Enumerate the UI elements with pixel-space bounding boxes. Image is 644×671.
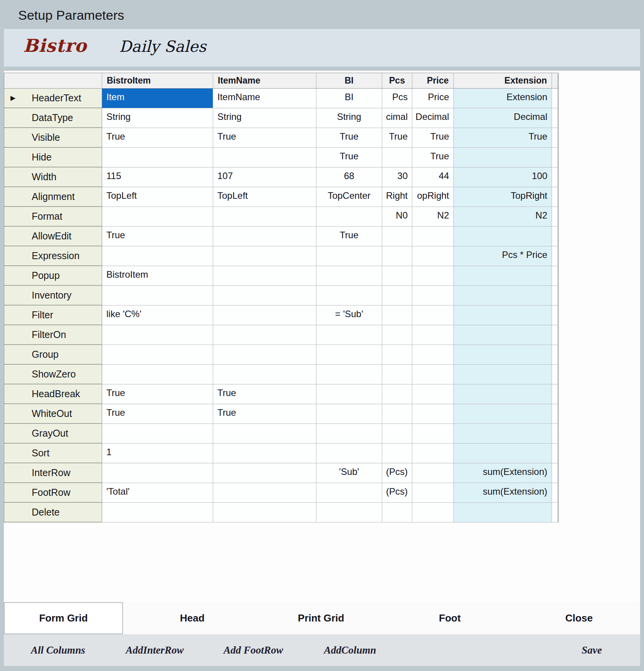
grid-cell-grayout-bistroitem[interactable] xyxy=(102,424,213,444)
row-header-headertext[interactable]: ▶HeaderText xyxy=(4,89,102,108)
row-header-width[interactable]: Width xyxy=(4,167,102,187)
grid-cell-filteron-itemname[interactable] xyxy=(213,325,316,345)
grid-cell-filter-bistroitem[interactable]: like 'C%' xyxy=(102,306,213,325)
grid-cell-filteron-pcs[interactable] xyxy=(382,325,412,345)
grid-cell-headertext-bi[interactable]: BI xyxy=(316,89,382,108)
grid-cell-grayout-bi[interactable] xyxy=(316,424,382,444)
grid-cell-showzero-extension[interactable] xyxy=(454,365,552,384)
grid-cell-sort-extension[interactable] xyxy=(454,444,552,463)
grid-cell-delete-pcs[interactable] xyxy=(382,503,412,522)
grid-cell-filter-extension[interactable] xyxy=(454,306,552,325)
row-header-grayout[interactable]: GrayOut xyxy=(4,424,102,444)
grid-cell-width-extension[interactable]: 100 xyxy=(454,167,552,187)
grid-cell-width-itemname[interactable]: 107 xyxy=(213,167,316,187)
grid-cell-alignment-bistroitem[interactable]: TopLeft xyxy=(102,187,213,207)
grid-cell-hide-itemname[interactable] xyxy=(213,148,316,167)
grid-cell-inventory-pcs[interactable] xyxy=(382,286,412,306)
grid-cell-width-bistroitem[interactable]: 115 xyxy=(102,167,213,187)
grid-cell-sort-bi[interactable] xyxy=(316,444,382,463)
grid-cell-visible-bi[interactable]: True xyxy=(316,128,382,148)
grid-cell-whiteout-itemname[interactable]: True xyxy=(213,404,316,424)
grid-cell-format-itemname[interactable] xyxy=(213,207,316,227)
row-header-delete[interactable]: Delete xyxy=(4,503,102,522)
grid-cell-format-bi[interactable] xyxy=(316,207,382,227)
grid-cell-allowedit-pcs[interactable] xyxy=(382,227,412,246)
grid-cell-sort-bistroitem[interactable]: 1 xyxy=(102,444,213,463)
grid-cell-datatype-extension[interactable]: Decimal xyxy=(454,108,552,128)
grid-cell-datatype-bi[interactable]: String xyxy=(316,108,382,128)
grid-cell-filteron-price[interactable] xyxy=(412,325,454,345)
row-header-format[interactable]: Format xyxy=(4,207,102,227)
command-save[interactable]: Save xyxy=(582,644,602,656)
grid-cell-group-pcs[interactable] xyxy=(382,345,412,365)
grid-cell-expression-pcs[interactable] xyxy=(382,246,412,266)
grid-cell-whiteout-extension[interactable] xyxy=(454,404,552,424)
grid-cell-filteron-bistroitem[interactable] xyxy=(102,325,213,345)
grid-cell-headbreak-extension[interactable] xyxy=(454,384,552,404)
row-header-filter[interactable]: Filter xyxy=(4,306,102,325)
grid-cell-format-extension[interactable]: N2 xyxy=(454,207,552,227)
grid-cell-headbreak-price[interactable] xyxy=(412,384,454,404)
grid-cell-group-bi[interactable] xyxy=(316,345,382,365)
grid-cell-format-bistroitem[interactable] xyxy=(102,207,213,227)
row-header-whiteout[interactable]: WhiteOut xyxy=(4,404,102,424)
row-header-sort[interactable]: Sort xyxy=(4,444,102,463)
grid-cell-hide-pcs[interactable] xyxy=(382,148,412,167)
tab-head[interactable]: Head xyxy=(180,602,205,634)
grid-cell-popup-bistroitem[interactable]: BistroItem xyxy=(102,266,213,286)
grid-cell-popup-itemname[interactable] xyxy=(213,266,316,286)
grid-cell-visible-bistroitem[interactable]: True xyxy=(102,128,213,148)
grid-cell-visible-extension[interactable]: True xyxy=(454,128,552,148)
grid-cell-allowedit-bistroitem[interactable]: True xyxy=(102,227,213,246)
grid-cell-filteron-bi[interactable] xyxy=(316,325,382,345)
grid-cell-showzero-pcs[interactable] xyxy=(382,365,412,384)
grid-cell-alignment-price[interactable]: opRight xyxy=(412,187,454,207)
row-header-alignment[interactable]: Alignment xyxy=(4,187,102,207)
grid-cell-inventory-bistroitem[interactable] xyxy=(102,286,213,306)
grid-cell-width-price[interactable]: 44 xyxy=(412,167,454,187)
grid-cell-grayout-itemname[interactable] xyxy=(213,424,316,444)
grid-cell-allowedit-itemname[interactable] xyxy=(213,227,316,246)
grid-cell-headertext-itemname[interactable]: ItemName xyxy=(213,89,316,108)
grid-cell-width-bi[interactable]: 68 xyxy=(316,167,382,187)
grid-cell-expression-itemname[interactable] xyxy=(213,246,316,266)
grid-cell-alignment-bi[interactable]: TopCenter xyxy=(316,187,382,207)
grid-cell-footrow-itemname[interactable] xyxy=(213,483,316,503)
grid-cell-hide-bi[interactable]: True xyxy=(316,148,382,167)
grid-cell-group-extension[interactable] xyxy=(454,345,552,365)
grid-cell-alignment-itemname[interactable]: TopLeft xyxy=(213,187,316,207)
grid-cell-inventory-extension[interactable] xyxy=(454,286,552,306)
row-header-headbreak[interactable]: HeadBreak xyxy=(4,384,102,404)
grid-cell-popup-pcs[interactable] xyxy=(382,266,412,286)
grid-cell-delete-price[interactable] xyxy=(412,503,454,522)
grid-cell-group-itemname[interactable] xyxy=(213,345,316,365)
grid-cell-group-price[interactable] xyxy=(412,345,454,365)
grid-cell-showzero-price[interactable] xyxy=(412,365,454,384)
tab-print-grid[interactable]: Print Grid xyxy=(298,602,344,634)
grid-cell-delete-bi[interactable] xyxy=(316,503,382,522)
grid-cell-datatype-pcs[interactable]: cimal xyxy=(382,108,412,128)
tab-close[interactable]: Close xyxy=(565,602,593,634)
row-header-group[interactable]: Group xyxy=(4,345,102,365)
grid-cell-datatype-price[interactable]: Decimal xyxy=(412,108,454,128)
grid-cell-popup-bi[interactable] xyxy=(316,266,382,286)
grid-cell-grayout-price[interactable] xyxy=(412,424,454,444)
grid-cell-visible-itemname[interactable]: True xyxy=(213,128,316,148)
grid-cell-hide-extension[interactable] xyxy=(454,148,552,167)
grid-cell-whiteout-pcs[interactable] xyxy=(382,404,412,424)
row-header-interrow[interactable]: InterRow xyxy=(4,463,102,483)
grid-cell-sort-itemname[interactable] xyxy=(213,444,316,463)
grid-cell-whiteout-bi[interactable] xyxy=(316,404,382,424)
grid-cell-inventory-bi[interactable] xyxy=(316,286,382,306)
grid-cell-allowedit-bi[interactable]: True xyxy=(316,227,382,246)
grid-cell-grayout-extension[interactable] xyxy=(454,424,552,444)
command-addcolumn[interactable]: AddColumn xyxy=(324,644,376,656)
grid-cell-whiteout-bistroitem[interactable]: True xyxy=(102,404,213,424)
grid-cell-alignment-pcs[interactable]: Right xyxy=(382,187,412,207)
grid-cell-popup-extension[interactable] xyxy=(454,266,552,286)
grid-cell-delete-extension[interactable] xyxy=(454,503,552,522)
grid-cell-allowedit-extension[interactable] xyxy=(454,227,552,246)
grid-cell-showzero-bi[interactable] xyxy=(316,365,382,384)
grid-cell-footrow-extension[interactable]: sum(Extension) xyxy=(454,483,552,503)
grid-cell-interrow-extension[interactable]: sum(Extension) xyxy=(454,463,552,483)
